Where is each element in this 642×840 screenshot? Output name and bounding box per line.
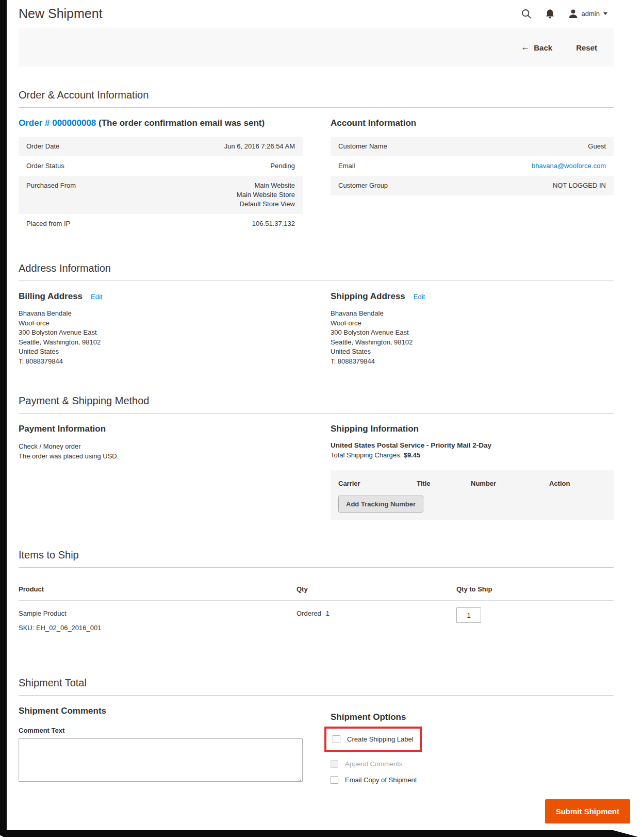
window-border-bottom <box>3 830 638 837</box>
shipment-options-title: Shipment Options <box>331 712 614 722</box>
payment-details: Check / Money order The order was placed… <box>19 441 303 461</box>
row-value: Guest <box>588 142 606 151</box>
table-row: Order Date Jun 6, 2016 7:26:54 AM <box>19 137 303 156</box>
billing-address-lines: Bhavana Bendale WooForce 300 Bolyston Av… <box>19 309 303 366</box>
table-row: Placed from IP 106.51.37.132 <box>19 214 303 234</box>
row-label: Order Date <box>26 142 59 151</box>
shipping-address-title: Shipping Address <box>331 291 405 302</box>
add-tracking-number-button[interactable]: Add Tracking Number <box>338 496 423 513</box>
items-col-product: Product <box>19 585 297 593</box>
address-line: WooForce <box>19 319 303 328</box>
tracking-col-action: Action <box>549 480 606 487</box>
search-icon[interactable] <box>521 9 532 19</box>
store-line: Default Store View <box>237 200 295 209</box>
append-comments-checkbox <box>331 760 338 768</box>
chevron-down-icon <box>603 12 607 15</box>
order-number-link[interactable]: Order # 000000008 <box>19 118 96 128</box>
payment-information-title: Payment Information <box>19 424 303 434</box>
section-order-account-title: Order & Account Information <box>19 89 614 108</box>
row-label: Placed from IP <box>26 219 70 228</box>
account-information-title: Account Information <box>331 118 614 128</box>
section-shipment-total-title: Shipment Total <box>19 677 614 696</box>
product-name: Sample Product <box>19 610 297 617</box>
billing-address-block: Billing Address Edit Bhavana Bendale Woo… <box>19 291 303 366</box>
payment-information-block: Payment Information Check / Money order … <box>19 424 303 520</box>
row-value: 106.51.37.132 <box>252 219 295 228</box>
address-line: WooForce <box>331 319 614 328</box>
email-copy-option: Email Copy of Shipment <box>331 776 614 784</box>
section-address-title: Address Information <box>19 262 614 281</box>
order-confirmation-note: (The order confirmation email was sent) <box>98 118 265 128</box>
product-cell: Sample Product SKU: EH_02_06_2016_001 <box>19 610 297 632</box>
account-info-table: Customer Name Guest Email bhavana@woofor… <box>331 137 614 195</box>
account-information-column: Account Information Customer Name Guest … <box>331 118 614 234</box>
page: New Shipment admin ← <box>0 0 642 840</box>
row-label: Order Status <box>26 161 64 171</box>
window-border-left <box>0 0 7 836</box>
store-line: Main Website Store <box>237 190 295 200</box>
section-items-title: Items to Ship <box>19 549 614 568</box>
comment-text-input[interactable] <box>19 738 303 782</box>
page-header: New Shipment admin <box>19 0 614 21</box>
page-title: New Shipment <box>19 6 103 21</box>
qty-label: Ordered <box>297 610 321 617</box>
email-copy-checkbox[interactable] <box>331 776 338 784</box>
back-button[interactable]: ← Back <box>521 42 552 53</box>
submit-shipment-button[interactable]: Submit Shipment <box>545 799 630 823</box>
table-row: Email bhavana@wooforce.com <box>331 156 614 176</box>
billing-address-title: Billing Address <box>19 291 83 302</box>
address-line: Seattle, Washington, 98102 <box>19 338 303 348</box>
row-value: Jun 6, 2016 7:26:54 AM <box>224 142 295 151</box>
shipping-address-lines: Bhavana Bendale WooForce 300 Bolyston Av… <box>331 309 614 366</box>
address-line: 300 Bolyston Avenue East <box>331 328 614 338</box>
admin-user-menu[interactable]: admin <box>568 9 607 19</box>
address-columns: Billing Address Edit Bhavana Bendale Woo… <box>19 291 614 366</box>
shipping-address-edit-link[interactable]: Edit <box>414 293 425 301</box>
row-label: Email <box>338 161 355 171</box>
reset-button[interactable]: Reset <box>576 43 597 52</box>
append-comments-text: Append Comments <box>345 760 402 768</box>
user-avatar-icon <box>568 9 578 19</box>
shipping-information-title: Shipping Information <box>331 424 614 434</box>
shipping-charges-label: Total Shipping Charges: <box>331 451 402 459</box>
comment-textarea-wrap <box>19 738 303 784</box>
reset-button-label: Reset <box>576 43 597 52</box>
order-information-column: Order # 000000008 (The order confirmatio… <box>19 118 303 234</box>
create-shipping-label-text: Create Shipping Label <box>347 735 414 743</box>
notifications-bell-icon[interactable] <box>546 9 554 19</box>
shipment-total-columns: Shipment Comments Comment Text Shipment … <box>19 706 614 784</box>
payment-shipping-columns: Payment Information Check / Money order … <box>19 424 614 520</box>
footer-actions: Submit Shipment <box>19 799 630 823</box>
table-row: Purchased From Main Website Main Website… <box>19 176 303 214</box>
shipping-address-block: Shipping Address Edit Bhavana Bendale Wo… <box>331 291 614 366</box>
address-line: United States <box>331 347 614 357</box>
page-actions-bar: ← Back Reset <box>19 28 614 67</box>
back-arrow-icon: ← <box>521 42 530 53</box>
customer-email-link[interactable]: bhavana@wooforce.com <box>532 161 606 171</box>
shipping-address-header: Shipping Address Edit <box>331 291 614 302</box>
address-line: T: 8088379844 <box>331 357 614 367</box>
address-line: 300 Bolyston Avenue East <box>19 328 303 338</box>
billing-address-edit-link[interactable]: Edit <box>91 293 102 301</box>
tracking-col-number: Number <box>471 480 549 487</box>
qty-value: 1 <box>326 610 330 617</box>
tracking-col-carrier: Carrier <box>338 480 417 487</box>
order-info-table: Order Date Jun 6, 2016 7:26:54 AM Order … <box>19 137 303 234</box>
admin-username: admin <box>582 10 600 18</box>
shipment-options-block: Shipment Options Create Shipping Label A… <box>331 706 614 784</box>
qty-cell: Ordered 1 <box>297 610 456 632</box>
address-line: T: 8088379844 <box>19 357 303 367</box>
shipment-comments-block: Shipment Comments Comment Text <box>19 706 303 784</box>
section-payment-shipping-title: Payment & Shipping Method <box>19 395 614 414</box>
highlight-annotation: Create Shipping Label <box>324 727 422 752</box>
tracking-table-header: Carrier Title Number Action <box>338 478 606 487</box>
back-button-label: Back <box>534 43 552 52</box>
shipping-charges: Total Shipping Charges: $9.45 <box>331 451 614 459</box>
row-label: Customer Name <box>338 142 387 151</box>
payment-currency-note: The order was placed using USD. <box>19 451 303 461</box>
append-comments-option: Append Comments <box>331 760 614 768</box>
qty-to-ship-input[interactable] <box>456 607 481 623</box>
address-line: Bhavana Bendale <box>331 309 614 319</box>
create-shipping-label-checkbox[interactable] <box>333 735 340 743</box>
shipping-method: United States Postal Service - Priority … <box>331 441 614 449</box>
